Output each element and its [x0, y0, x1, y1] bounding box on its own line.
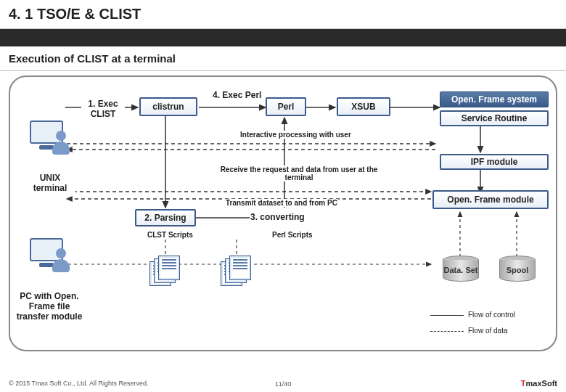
clst-scripts-icon — [149, 256, 183, 285]
unix-terminal-label: UNIX terminal — [25, 173, 75, 193]
pc-terminal-label: PC with Open. Frame file transfer module — [15, 292, 84, 322]
clst-scripts-label: CLST Scripts — [147, 231, 194, 239]
parsing-box: 2. Parsing — [135, 209, 196, 226]
pc-terminal-icon — [26, 238, 67, 274]
perl-scripts-label: Perl Scripts — [271, 231, 313, 239]
dataset-cylinder: Data. Set — [443, 256, 479, 287]
brand-logo: TmaxSoft — [521, 379, 557, 388]
user-icon — [51, 131, 71, 155]
perl-scripts-icon — [221, 256, 254, 285]
clistrun-box: clistrun — [139, 97, 197, 116]
legend-control: Flow of control — [430, 311, 516, 319]
exec-perl-label: 4. Exec Perl — [212, 90, 262, 100]
diagram-canvas: UNIX terminal PC with Open. Frame file t… — [9, 75, 557, 351]
receive-label: Receive the request and data from user a… — [212, 166, 386, 181]
header-darkbar — [0, 29, 566, 46]
interactive-label: Interactive processing with user — [239, 131, 352, 139]
openframe-system-box: Open. Frame system — [440, 91, 549, 107]
xsub-box: XSUB — [337, 97, 390, 116]
service-routine-box: Service Routine — [440, 110, 549, 126]
slide-title: 4. 1 TSO/E & CLIST — [9, 6, 141, 23]
page-number: 11/40 — [275, 380, 292, 388]
legend-control-text: Flow of control — [468, 311, 515, 319]
exec-clist-label: 1. Exec CLIST — [81, 99, 125, 119]
unix-terminal-icon — [26, 121, 67, 157]
slide-header: 4. 1 TSO/E & CLIST — [0, 0, 566, 29]
transmit-label: Transmit dataset to and from PC — [225, 199, 338, 207]
dataset-label: Data. Set — [443, 266, 479, 274]
legend-data: Flow of data — [430, 327, 508, 335]
converting-label: 3. converting — [250, 212, 305, 222]
slide-subtitle: Execution of CLIST at a terminal — [0, 46, 566, 71]
user-icon-pc — [51, 248, 71, 273]
spool-cylinder: Spool — [499, 256, 536, 287]
openframe-module-box: Open. Frame module — [432, 190, 549, 209]
copyright-text: © 2015 Tmax Soft Co., Ltd. All Rights Re… — [9, 380, 149, 387]
perl-box: Perl — [266, 97, 306, 116]
ipf-module-box: IPF module — [440, 154, 549, 170]
spool-label: Spool — [499, 266, 536, 274]
legend-data-text: Flow of data — [468, 327, 507, 335]
